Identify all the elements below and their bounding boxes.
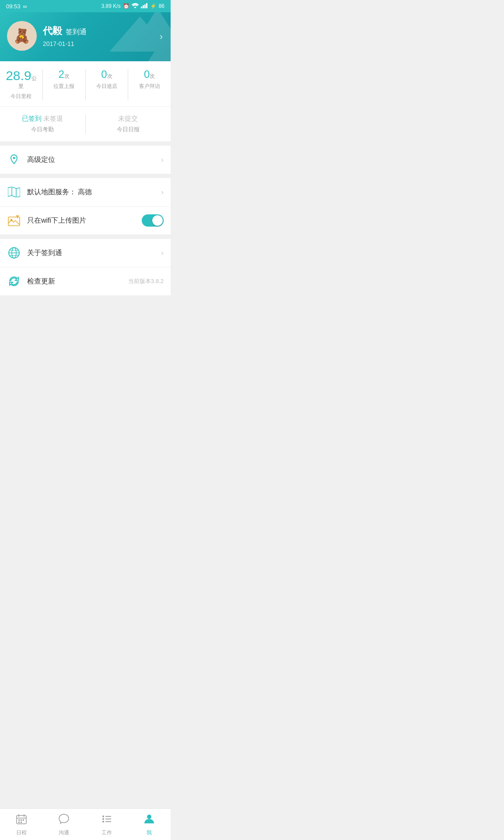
section-gap-1 xyxy=(0,141,171,146)
avatar: 🧸 xyxy=(7,21,37,51)
status-clock-icon: ⏰ xyxy=(123,3,130,9)
stat-distance-number: 28.9公里 xyxy=(4,69,39,90)
stat-store-visit: 0次 今日巡店 xyxy=(86,69,129,100)
header-info: 代毅 签到通 2017-01-11 xyxy=(43,24,87,47)
profile-header[interactable]: 🧸 代毅 签到通 2017-01-11 › xyxy=(0,12,171,61)
image-upload-icon xyxy=(7,214,21,228)
menu-about-arrow: › xyxy=(161,248,164,258)
menu-location-label: 高级定位 xyxy=(27,155,161,164)
status-speed: 3.89 K/s xyxy=(102,3,121,9)
menu-item-wifi[interactable]: 只在wifi下上传图片 xyxy=(0,206,171,234)
svg-rect-1 xyxy=(143,5,144,8)
attendance-status-text: 已签到 未签退 xyxy=(7,115,78,123)
stats-section: 28.9公里 今日里程 2次 位置上报 0次 今日巡店 0次 客户拜访 xyxy=(0,61,171,106)
menu-section-map-wifi: 默认地图服务： 高德 › 只在wifi下上传图片 xyxy=(0,178,171,234)
toggle-knob xyxy=(152,215,163,226)
stat-store-number: 0次 xyxy=(89,69,125,80)
refresh-icon xyxy=(7,274,21,288)
section-gap-2 xyxy=(0,174,171,178)
menu-about-label: 关于签到通 xyxy=(27,248,161,258)
signed-out-status: 未签退 xyxy=(43,115,63,122)
menu-item-location[interactable]: 高级定位 › xyxy=(0,146,171,174)
menu-map-label: 默认地图服务： 高德 xyxy=(27,188,161,197)
menu-map-arrow: › xyxy=(161,188,164,197)
svg-rect-3 xyxy=(146,3,147,8)
report-status: 未提交 xyxy=(93,115,164,123)
status-wifi-icon xyxy=(132,3,139,10)
stat-location: 2次 位置上报 xyxy=(43,69,86,100)
avatar-image: 🧸 xyxy=(7,21,37,51)
attendance-checkin: 已签到 未签退 今日考勤 xyxy=(0,115,86,133)
stat-customer-visit: 0次 客户拜访 xyxy=(128,69,171,100)
stat-location-number: 2次 xyxy=(46,69,82,80)
svg-point-7 xyxy=(13,157,15,159)
menu-section-location: 高级定位 › xyxy=(0,146,171,174)
menu-item-map[interactable]: 默认地图服务： 高德 › xyxy=(0,178,171,206)
status-charging-icon: ⚡ xyxy=(150,3,157,9)
map-icon xyxy=(7,185,21,199)
menu-section-about: 关于签到通 › 检查更新 当前版本3.8.2 xyxy=(0,239,171,295)
app-name: 签到通 xyxy=(66,28,87,37)
bottom-padding xyxy=(0,295,171,324)
status-signal-icon xyxy=(141,3,148,10)
menu-location-arrow: › xyxy=(161,155,164,164)
status-right: 3.89 K/s ⏰ ⚡ 86 xyxy=(102,3,164,10)
menu-item-about[interactable]: 关于签到通 › xyxy=(0,239,171,267)
stat-distance: 28.9公里 今日里程 xyxy=(0,69,43,100)
status-bar: 09:53 ∞ 3.89 K/s ⏰ ⚡ 86 xyxy=(0,0,171,12)
svg-marker-8 xyxy=(8,187,20,197)
globe-icon xyxy=(7,246,21,260)
menu-update-label: 检查更新 xyxy=(27,277,128,286)
status-time: 09:53 xyxy=(6,3,21,10)
status-battery: 86 xyxy=(159,3,164,9)
user-name: 代毅 xyxy=(43,24,62,38)
profile-arrow[interactable]: › xyxy=(160,31,163,42)
menu-item-update[interactable]: 检查更新 当前版本3.8.2 xyxy=(0,267,171,295)
svg-rect-0 xyxy=(141,7,142,8)
attendance-report-label: 今日日报 xyxy=(93,126,164,133)
svg-rect-2 xyxy=(144,4,146,8)
wifi-toggle[interactable] xyxy=(142,214,164,227)
menu-update-version: 当前版本3.8.2 xyxy=(128,277,164,285)
signed-in-status: 已签到 xyxy=(22,115,42,122)
attendance-report: 未提交 今日日报 xyxy=(86,115,171,133)
attendance-checkin-label: 今日考勤 xyxy=(7,126,78,133)
status-infinity: ∞ xyxy=(23,3,27,10)
section-gap-3 xyxy=(0,234,171,239)
location-icon xyxy=(7,153,21,167)
status-left: 09:53 ∞ xyxy=(6,3,27,10)
header-name-row: 代毅 签到通 xyxy=(43,24,87,38)
menu-wifi-label: 只在wifi下上传图片 xyxy=(27,216,142,225)
header-date: 2017-01-11 xyxy=(43,40,87,47)
attendance-section: 已签到 未签退 今日考勤 未提交 今日日报 xyxy=(0,107,171,141)
stat-customer-number: 0次 xyxy=(132,69,167,80)
report-pending-status: 未提交 xyxy=(118,115,138,122)
